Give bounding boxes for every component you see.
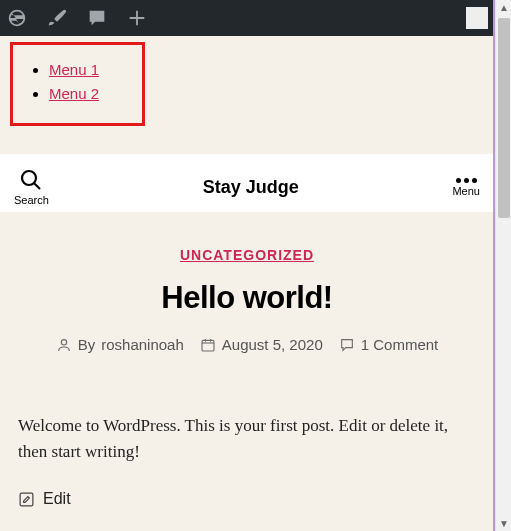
scrollbar-thumb[interactable] [498,18,510,218]
site-header: Search Stay Judge Menu [0,154,494,212]
menu-item: Menu 2 [49,85,124,103]
post-meta: By roshaninoah August 5, 2020 1 Comment [18,336,476,353]
category-link[interactable]: UNCATEGORIZED [180,247,314,263]
person-icon [56,337,72,353]
post-body: Welcome to WordPress. This is your first… [18,413,476,464]
author-meta[interactable]: By roshaninoah [56,336,184,353]
comment-icon [339,337,355,353]
speech-icon[interactable] [86,7,108,29]
calendar-icon [200,337,216,353]
comments-meta[interactable]: 1 Comment [339,336,439,353]
scroll-down-arrow[interactable]: ▼ [499,518,509,529]
menu-item: Menu 1 [49,61,124,79]
search-icon [19,168,43,192]
comments-count: 1 Comment [361,336,439,353]
vertical-scrollbar[interactable]: ▲ ▼ [495,0,511,531]
post-content: UNCATEGORIZED Hello world! By roshaninoa… [0,212,494,508]
post-date: August 5, 2020 [222,336,323,353]
dashboard-icon[interactable] [6,7,28,29]
author-name: roshaninoah [101,336,184,353]
site-title[interactable]: Stay Judge [203,177,299,198]
admin-bar [0,0,494,36]
svg-line-1 [34,183,40,189]
menu-label: Menu [452,185,480,197]
scroll-up-arrow[interactable]: ▲ [499,2,509,13]
brush-icon[interactable] [46,7,68,29]
date-meta: August 5, 2020 [200,336,323,353]
svg-rect-3 [202,340,214,351]
dots-icon [456,178,477,183]
post-title: Hello world! [18,280,476,316]
pencil-icon [18,491,35,508]
by-label: By [78,336,96,353]
edit-label: Edit [43,490,71,508]
svg-point-0 [22,171,36,185]
edit-link[interactable]: Edit [18,490,476,508]
svg-point-2 [61,339,66,344]
menu-link-1[interactable]: Menu 1 [49,61,99,78]
menu-link-2[interactable]: Menu 2 [49,85,99,102]
search-label: Search [14,194,49,206]
menu-button[interactable]: Menu [452,178,480,197]
plus-icon[interactable] [126,7,148,29]
user-avatar[interactable] [466,7,488,29]
search-button[interactable]: Search [14,168,49,206]
highlighted-menu-box: Menu 1 Menu 2 [10,42,145,126]
svg-rect-7 [20,493,33,506]
